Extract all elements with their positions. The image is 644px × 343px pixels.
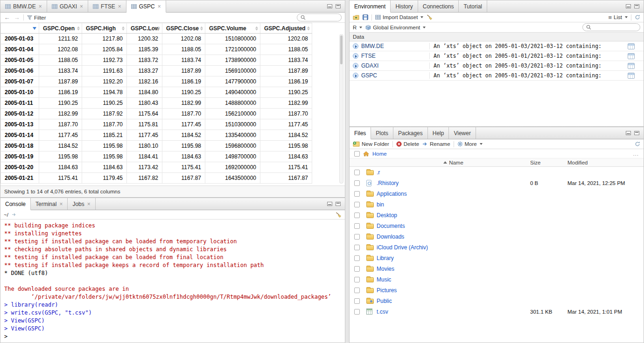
close-icon[interactable]: ×: [80, 4, 83, 9]
file-checkbox[interactable]: [354, 213, 360, 218]
column-header-gspc.open[interactable]: GSPC.Open: [39, 23, 82, 34]
goto-directory-icon[interactable]: [12, 213, 17, 217]
file-checkbox[interactable]: [354, 170, 360, 175]
file-name-link[interactable]: .Rhistory: [377, 180, 530, 186]
tab-tutorial[interactable]: Tutorial: [459, 0, 487, 12]
file-name-link[interactable]: Downloads: [377, 233, 530, 240]
tab-packages[interactable]: Packages: [393, 127, 428, 139]
expand-object-icon[interactable]: [353, 73, 358, 78]
filter-button[interactable]: Filter: [27, 15, 46, 21]
tab-help[interactable]: Help: [428, 127, 449, 139]
file-checkbox[interactable]: [354, 223, 360, 229]
size-column-header[interactable]: Size: [530, 160, 567, 165]
file-checkbox[interactable]: [354, 234, 360, 240]
file-checkbox[interactable]: [354, 309, 360, 315]
minimize-pane-icon[interactable]: [327, 202, 332, 206]
view-object-icon[interactable]: [628, 43, 635, 49]
file-name-link[interactable]: Documents: [377, 223, 530, 229]
environment-search-box[interactable]: [582, 23, 640, 31]
expand-object-icon[interactable]: [353, 43, 358, 49]
working-directory[interactable]: ~/: [4, 212, 8, 218]
column-header-gspc.high[interactable]: GSPC.High: [82, 23, 127, 34]
tab-terminal[interactable]: Terminal ×: [31, 198, 68, 210]
close-icon[interactable]: ×: [87, 201, 91, 207]
tab-gspc[interactable]: GSPC ×: [126, 0, 166, 13]
table-search-box[interactable]: [297, 14, 342, 21]
file-checkbox[interactable]: [354, 255, 360, 261]
file-name-link[interactable]: Movies: [377, 266, 530, 272]
column-header-gspc.adjusted[interactable]: GSPC.Adjusted: [260, 23, 312, 34]
modified-column-header[interactable]: Modified: [567, 160, 644, 165]
tab-plots[interactable]: Plots: [371, 127, 393, 139]
tab-console[interactable]: Console: [0, 198, 31, 210]
file-name-link[interactable]: Public: [377, 298, 530, 304]
sort-arrows-icon[interactable]: [77, 26, 80, 30]
file-checkbox[interactable]: [354, 266, 360, 272]
file-name-link[interactable]: Applications: [377, 191, 530, 197]
import-dataset-button[interactable]: Import Dataset: [375, 14, 423, 20]
file-checkbox[interactable]: [354, 298, 360, 304]
tab-files[interactable]: Files: [350, 127, 371, 139]
file-checkbox[interactable]: [354, 277, 360, 282]
select-all-checkbox[interactable]: [354, 151, 360, 157]
close-icon[interactable]: ×: [59, 201, 63, 207]
file-name-link[interactable]: t.csv: [377, 309, 530, 315]
save-workspace-icon[interactable]: [363, 14, 368, 20]
file-name-link[interactable]: Pictures: [377, 287, 530, 294]
environment-object-row[interactable]: GDAXI An ‘xts’ object on 2005-01-03/2021…: [350, 61, 644, 71]
new-folder-button[interactable]: New Folder: [353, 141, 389, 147]
refresh-icon[interactable]: [635, 14, 640, 20]
clear-environment-icon[interactable]: [427, 14, 433, 20]
path-more-button[interactable]: ...: [633, 151, 639, 157]
sort-arrows-icon[interactable]: [200, 26, 203, 30]
close-icon[interactable]: ×: [118, 4, 121, 9]
minimize-pane-icon[interactable]: [626, 131, 631, 135]
delete-button[interactable]: Delete: [396, 141, 419, 147]
column-header-gspc.low[interactable]: GSPC.Low: [127, 23, 162, 34]
rownames-column-header[interactable]: [1, 23, 39, 34]
sort-arrows-icon[interactable]: [255, 26, 258, 30]
environment-object-row[interactable]: GSPC An ‘xts’ object on 2005-01-03/2021-…: [350, 71, 644, 81]
minimize-pane-icon[interactable]: [327, 4, 332, 8]
forward-arrow-icon[interactable]: →: [14, 14, 20, 21]
view-object-icon[interactable]: [628, 53, 635, 59]
tab-bmw-de[interactable]: BMW.DE ×: [0, 0, 47, 12]
maximize-pane-icon[interactable]: [336, 4, 341, 8]
maximize-pane-icon[interactable]: [336, 202, 341, 206]
expand-object-icon[interactable]: [353, 53, 358, 59]
language-selector[interactable]: R: [353, 25, 362, 30]
console-output[interactable]: ** building package indices** installing…: [0, 220, 345, 343]
maximize-pane-icon[interactable]: [634, 4, 639, 8]
expand-object-icon[interactable]: [353, 63, 358, 69]
sort-arrows-icon[interactable]: [157, 26, 160, 30]
file-checkbox[interactable]: [354, 202, 360, 207]
column-header-gspc.volume[interactable]: GSPC.Volume: [205, 23, 260, 34]
tab-history[interactable]: History: [391, 0, 418, 12]
tab-connections[interactable]: Connections: [418, 0, 459, 12]
close-icon[interactable]: ×: [39, 4, 42, 9]
table-search-input[interactable]: [308, 15, 338, 21]
file-checkbox[interactable]: [354, 180, 360, 186]
file-name-link[interactable]: .r: [377, 169, 530, 176]
refresh-icon[interactable]: [635, 141, 640, 147]
minimize-pane-icon[interactable]: [626, 4, 631, 8]
environment-object-row[interactable]: FTSE An ‘xts’ object on 2005-01-01/2021-…: [350, 51, 644, 61]
tab-gdaxi[interactable]: GDAXI ×: [47, 0, 88, 12]
view-object-icon[interactable]: [628, 73, 635, 79]
back-arrow-icon[interactable]: ←: [4, 14, 10, 21]
home-breadcrumb-link[interactable]: Home: [372, 151, 387, 157]
clear-console-icon[interactable]: [336, 212, 342, 218]
maximize-pane-icon[interactable]: [634, 131, 639, 135]
file-name-link[interactable]: Music: [377, 276, 530, 283]
tab-environment[interactable]: Environment: [350, 0, 391, 13]
environment-selector[interactable]: Global Environment: [365, 25, 426, 30]
file-checkbox[interactable]: [354, 288, 360, 293]
list-view-button[interactable]: ≡ List: [609, 14, 628, 21]
environment-object-row[interactable]: BMW.DE An ‘xts’ object on 2005-01-03/202…: [350, 41, 644, 51]
tab-ftse[interactable]: FTSE ×: [88, 0, 126, 12]
column-header-gspc.close[interactable]: GSPC.Close: [162, 23, 205, 34]
sort-arrows-icon[interactable]: [122, 26, 125, 30]
environment-search-input[interactable]: [593, 25, 637, 30]
tab-viewer[interactable]: Viewer: [449, 127, 476, 139]
rename-button[interactable]: Rename: [422, 141, 450, 147]
